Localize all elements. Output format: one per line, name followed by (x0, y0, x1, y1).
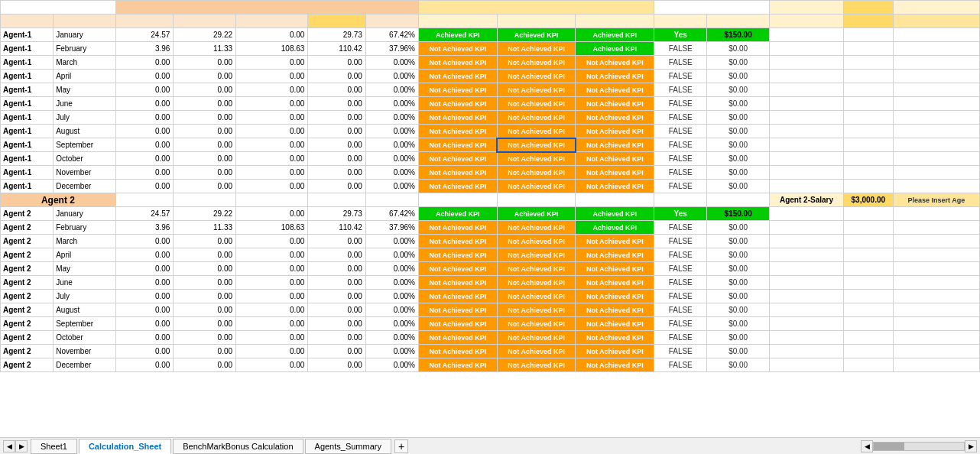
cell-r3: 0.00 (236, 317, 308, 331)
table-area: Agent-1January24.5729.220.0029.7367.42%A… (0, 0, 980, 437)
cell-bonus: $0.00 (707, 221, 770, 235)
table-row: Agent-1June0.000.000.000.000.00%Not Achi… (1, 97, 980, 111)
cell-r5: 0.00% (365, 70, 418, 83)
cell-r3: 108.63 (236, 42, 308, 56)
scroll-right-button[interactable]: ▶ (965, 440, 977, 452)
kpi-cell: Not Achieved KPI (419, 138, 498, 152)
kpi-cell: Not Achieved KPI (576, 248, 654, 262)
table-row: Agent 2July0.000.000.000.000.00%Not Achi… (1, 290, 980, 303)
cell-r4: 0.00 (308, 111, 365, 125)
cell-r3: 0.00 (236, 345, 308, 358)
cell-r4: 0.00 (308, 317, 365, 331)
cell-r5: 0.00% (365, 345, 418, 358)
tab-nav-right[interactable]: ▶ (15, 440, 28, 452)
cell-r1: 0.00 (115, 303, 173, 317)
kpi-cell: Not Achieved KPI (497, 276, 576, 290)
kpi-cell: Not Achieved KPI (497, 138, 576, 152)
col-agent1-salary-label (770, 15, 844, 28)
agent2-salary-value: $3,000.00 (843, 193, 893, 207)
cell-r4: 0.00 (308, 358, 365, 372)
cell-r5: 0.00% (365, 97, 418, 111)
cell-month: July (54, 290, 116, 303)
table-row: Agent 2March0.000.000.000.000.00%Not Ach… (1, 235, 980, 248)
cell-r3: 0.00 (236, 358, 308, 372)
cell-r3: 0.00 (236, 276, 308, 290)
cell-r5: 0.00% (365, 331, 418, 345)
table-row: Agent-1April0.000.000.000.000.00%Not Ach… (1, 70, 980, 83)
cell-r3: 0.00 (236, 111, 308, 125)
horizontal-scrollbar[interactable]: ◀ ▶ (861, 440, 977, 452)
tab-sheet1[interactable]: Sheet1 (31, 439, 77, 454)
scroll-track[interactable] (873, 442, 965, 451)
kpi-cell: Not Achieved KPI (576, 235, 654, 248)
kpi-cell: Not Achieved KPI (419, 290, 498, 303)
cell-name: Agent 2 (1, 317, 54, 331)
col-all-kpi (654, 15, 707, 28)
cell-all-kpi: Yes (654, 207, 707, 221)
cell-r1: 24.57 (115, 207, 173, 221)
cell-bonus: $0.00 (707, 125, 770, 138)
cell-r1: 0.00 (115, 97, 173, 111)
kpi-cell: Not Achieved KPI (419, 262, 498, 276)
cell-r4: 0.00 (308, 276, 365, 290)
kpi-cell: Not Achieved KPI (419, 180, 498, 193)
cell-r3: 0.00 (236, 235, 308, 248)
cell-r4: 0.00 (308, 235, 365, 248)
agent2-please-insert: Please Insert Age (893, 193, 979, 207)
cell-month: July (54, 111, 116, 125)
cell-r4: 0.00 (308, 331, 365, 345)
cell-r3: 0.00 (236, 207, 308, 221)
table-row: Agent 2December0.000.000.000.000.00%Not … (1, 358, 980, 372)
kpi-cell: Not Achieved KPI (497, 152, 576, 166)
col-kpi-full-resolution (576, 15, 654, 28)
cell-r5: 0.00% (365, 138, 418, 152)
cell-month: April (54, 248, 116, 262)
tab-nav[interactable]: ◀ ▶ (3, 440, 28, 452)
cell-name: Agent-1 (1, 166, 54, 180)
tab-calculation-sheet[interactable]: Calculation_Sheet (79, 439, 171, 454)
table-row: Agent-1September0.000.000.000.000.00%Not… (1, 138, 980, 152)
kpi-cell: Not Achieved KPI (419, 317, 498, 331)
cell-r1: 0.00 (115, 235, 173, 248)
cell-all-kpi: FALSE (654, 125, 707, 138)
cell-r2: 0.00 (174, 248, 236, 262)
cell-all-kpi: FALSE (654, 56, 707, 70)
table-row: Agent 2June0.000.000.000.000.00%Not Achi… (1, 276, 980, 290)
cell-r3: 0.00 (236, 56, 308, 70)
tab-agents-summary[interactable]: Agents_Summary (305, 439, 391, 454)
col-last-assignment (236, 15, 308, 28)
cell-r4: 29.73 (308, 207, 365, 221)
tab-benchmark[interactable]: BenchMarkBonus Calculation (173, 439, 303, 454)
kpi-cell: Not Achieved KPI (576, 70, 654, 83)
tab-add-button[interactable]: + (394, 439, 408, 453)
kpi-cell: Not Achieved KPI (497, 290, 576, 303)
cell-month: March (54, 56, 116, 70)
cell-r5: 0.00% (365, 83, 418, 97)
cell-r1: 0.00 (115, 317, 173, 331)
cell-r2: 0.00 (174, 152, 236, 166)
kpi-cell: Not Achieved KPI (576, 345, 654, 358)
cell-r4: 0.00 (308, 125, 365, 138)
kpi-cell: Not Achieved KPI (419, 248, 498, 262)
kpi-cell: Not Achieved KPI (419, 83, 498, 97)
cell-bonus: $0.00 (707, 303, 770, 317)
cell-r3: 0.00 (236, 152, 308, 166)
cell-r5: 0.00% (365, 152, 418, 166)
cell-bonus: $0.00 (707, 70, 770, 83)
cell-bonus: $0.00 (707, 358, 770, 372)
cell-name: Agent 2 (1, 345, 54, 358)
col-month (54, 15, 116, 28)
kpi-cell: Achieved KPI (576, 28, 654, 42)
scroll-left-button[interactable]: ◀ (861, 440, 873, 452)
cell-all-kpi: FALSE (654, 331, 707, 345)
cell-name: Agent 2 (1, 331, 54, 345)
table-row: Agent 2August0.000.000.000.000.00%Not Ac… (1, 303, 980, 317)
col-full-resolution (308, 15, 365, 28)
cell-r1: 0.00 (115, 166, 173, 180)
cell-r2: 0.00 (174, 97, 236, 111)
cell-r3: 0.00 (236, 166, 308, 180)
kpi-cell: Not Achieved KPI (419, 111, 498, 125)
table-row: Agent 2January24.5729.220.0029.7367.42%A… (1, 207, 980, 221)
kpi-cell: Not Achieved KPI (419, 221, 498, 235)
tab-nav-left[interactable]: ◀ (3, 440, 15, 452)
